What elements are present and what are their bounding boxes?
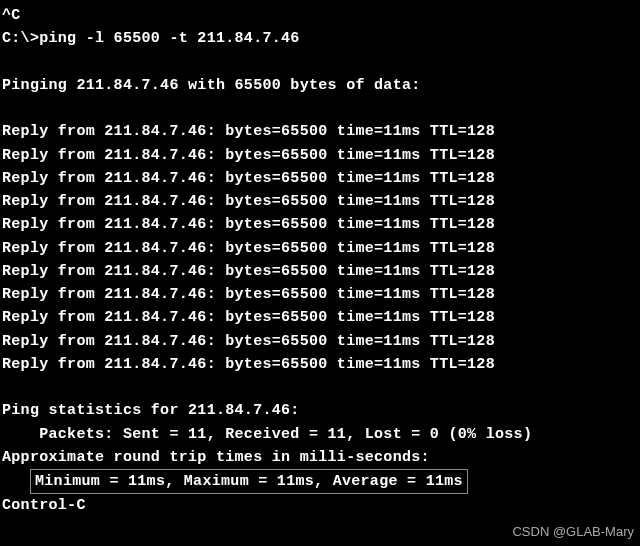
rtt-header: Approximate round trip times in milli-se… <box>2 446 638 469</box>
ping-statistics-header: Ping statistics for 211.84.7.46: <box>2 399 638 422</box>
ping-reply-line: Reply from 211.84.7.46: bytes=65500 time… <box>2 237 638 260</box>
ping-reply-line: Reply from 211.84.7.46: bytes=65500 time… <box>2 190 638 213</box>
blank-line <box>2 97 638 120</box>
watermark-text: CSDN @GLAB-Mary <box>512 522 634 542</box>
ping-reply-line: Reply from 211.84.7.46: bytes=65500 time… <box>2 330 638 353</box>
interrupt-signal: ^C <box>2 4 638 27</box>
control-c-line: Control-C <box>2 494 638 517</box>
ping-reply-line: Reply from 211.84.7.46: bytes=65500 time… <box>2 213 638 236</box>
ping-reply-line: Reply from 211.84.7.46: bytes=65500 time… <box>2 260 638 283</box>
blank-line <box>2 376 638 399</box>
rtt-summary-box: Minimum = 11ms, Maximum = 11ms, Average … <box>2 469 638 494</box>
ping-reply-line: Reply from 211.84.7.46: bytes=65500 time… <box>2 283 638 306</box>
ping-reply-line: Reply from 211.84.7.46: bytes=65500 time… <box>2 306 638 329</box>
blank-line <box>2 51 638 74</box>
ping-reply-line: Reply from 211.84.7.46: bytes=65500 time… <box>2 167 638 190</box>
ping-reply-line: Reply from 211.84.7.46: bytes=65500 time… <box>2 144 638 167</box>
packets-summary: Packets: Sent = 11, Received = 11, Lost … <box>2 423 638 446</box>
command-prompt-line: C:\>ping -l 65500 -t 211.84.7.46 <box>2 27 638 50</box>
pinging-header: Pinging 211.84.7.46 with 65500 bytes of … <box>2 74 638 97</box>
rtt-summary: Minimum = 11ms, Maximum = 11ms, Average … <box>30 469 468 494</box>
ping-reply-line: Reply from 211.84.7.46: bytes=65500 time… <box>2 353 638 376</box>
ping-reply-line: Reply from 211.84.7.46: bytes=65500 time… <box>2 120 638 143</box>
